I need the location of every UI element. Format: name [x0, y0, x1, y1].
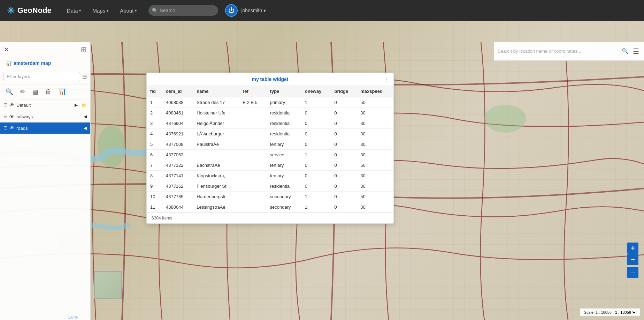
- table-widget-menu-icon[interactable]: ⋮: [383, 75, 389, 83]
- panel-layers-icon[interactable]: ⊞: [81, 45, 87, 54]
- map-search-icon[interactable]: 🔍: [622, 48, 629, 54]
- table-cell: Strade des 17: [193, 97, 239, 108]
- table-cell: LessingstraÃe: [193, 202, 239, 213]
- table-row[interactable]: 44376921LÃ¼neburgerresidential0030: [147, 129, 393, 139]
- table-cell: 0: [301, 108, 331, 118]
- table-row[interactable]: 64377063service1030: [147, 150, 393, 160]
- table-row[interactable]: 84377141Klopstockstra,tertiary0030: [147, 171, 393, 181]
- table-row[interactable]: 114380644LessingstraÃesecondary1030: [147, 202, 393, 213]
- layer-item-roads[interactable]: ☰ 👁 roads ◀: [0, 122, 90, 134]
- table-cell: 0: [331, 139, 357, 150]
- hamburger-menu-button[interactable]: ☰: [631, 46, 641, 57]
- railways-menu-icon[interactable]: ☰: [3, 114, 7, 119]
- zoom-in-button[interactable]: +: [627, 243, 638, 254]
- table-view-button[interactable]: ▦: [30, 87, 40, 97]
- roads-menu-icon[interactable]: ☰: [3, 126, 7, 131]
- nav-maps[interactable]: Maps ▾: [87, 5, 113, 16]
- username-menu[interactable]: johnsmith ▾: [241, 8, 266, 13]
- scale-select[interactable]: 1 : 18056 1 : 10000 1 : 50000: [614, 310, 637, 315]
- layer-item-default[interactable]: ☰ 👁 Default ▶ 📁: [0, 99, 90, 111]
- table-cell: [239, 129, 266, 139]
- table-cell: 1: [147, 97, 162, 108]
- table-cell: 30: [357, 202, 393, 213]
- col-maxspeed: maxspeed: [357, 86, 393, 97]
- table-row[interactable]: 24083461Holsteiner Uferesidential0030: [147, 108, 393, 118]
- layer-menu-icon[interactable]: ☰: [3, 103, 7, 107]
- panel-map-title: 📊 amsterdam map: [0, 58, 90, 69]
- table-cell: 0: [301, 181, 331, 192]
- roads-collapse-icon[interactable]: ◀: [84, 126, 87, 131]
- user-section: ⏻ johnsmith ▾: [225, 4, 266, 17]
- filter-layers-input[interactable]: [3, 72, 80, 81]
- railways-visibility-icon[interactable]: 👁: [9, 114, 14, 119]
- table-cell: 0: [331, 192, 357, 202]
- zoom-layer-button[interactable]: 🔍: [3, 87, 15, 97]
- roads-visibility-icon[interactable]: 👁: [9, 125, 14, 131]
- svg-point-0: [98, 126, 125, 168]
- table-row[interactable]: 14068038Strade des 17B 2;B 5primary1050: [147, 97, 393, 108]
- table-cell: 0: [301, 129, 331, 139]
- table-row[interactable]: 74377122BachstraÃetertiary0050: [147, 160, 393, 171]
- map-background: 🔍 ☰ ✕ ⊞ 📊 amsterdam map ⊟ 🔍 ✏ ▦ 🗑 📊: [0, 21, 644, 320]
- nav-search-icon: 🔍: [152, 8, 158, 13]
- table-cell: [239, 192, 266, 202]
- layer-group-roads: ☰ 👁 roads ◀ 100 %: [0, 122, 90, 134]
- table-cell: 1: [301, 202, 331, 213]
- scale-label: Scale: 1 : 18056: [584, 310, 612, 314]
- col-bridge: bridge: [331, 86, 357, 97]
- table-cell: primary: [267, 97, 301, 108]
- table-cell: 4377162: [162, 181, 193, 192]
- map-search-bar: 🔍 ☰: [494, 42, 644, 61]
- edit-layer-button[interactable]: ✏: [18, 87, 28, 97]
- table-cell: 30: [357, 118, 393, 129]
- layer-collapse-icon[interactable]: ▶: [75, 103, 78, 107]
- map-search-input[interactable]: [498, 49, 619, 54]
- layer-visibility-icon[interactable]: 👁: [9, 102, 14, 108]
- table-cell: 4377141: [162, 171, 193, 181]
- table-cell: 7: [147, 160, 162, 171]
- layer-group-default: ☰ 👁 Default ▶ 📁: [0, 99, 90, 111]
- zoom-out-button[interactable]: −: [627, 254, 638, 265]
- table-cell: 0: [331, 108, 357, 118]
- table-cell: 0: [301, 160, 331, 171]
- table-row[interactable]: 104377785Hardenbergstisecondary1050: [147, 192, 393, 202]
- table-cell: 30: [357, 129, 393, 139]
- table-cell: [239, 181, 266, 192]
- table-cell: Holsteiner Ufe: [193, 108, 239, 118]
- table-cell: residential: [267, 129, 301, 139]
- delete-layer-button[interactable]: 🗑: [43, 87, 54, 97]
- railways-collapse-icon[interactable]: ◀: [84, 114, 87, 119]
- table-cell: residential: [267, 181, 301, 192]
- logo[interactable]: ✳ GeoNode: [7, 5, 52, 16]
- scale-bar: Scale: 1 : 18056 1 : 18056 1 : 10000 1 :…: [580, 308, 641, 317]
- logo-star-icon: ✳: [7, 5, 15, 16]
- table-row[interactable]: 54377008PaulstraÃetertiary0030: [147, 139, 393, 150]
- table-cell: 0: [331, 150, 357, 160]
- nav-search-input[interactable]: [148, 5, 218, 16]
- nav-menu: Data ▾ Maps ▾ About ▾: [62, 5, 142, 16]
- table-cell: 8: [147, 171, 162, 181]
- table-cell: secondary: [267, 202, 301, 213]
- layer-item-railways[interactable]: ☰ 👁 railways ◀: [0, 111, 90, 122]
- table-cell: 6: [147, 150, 162, 160]
- table-cell: HelgolÃ¤nder: [193, 118, 239, 129]
- table-row[interactable]: 94377162Flensburger Stresidential0030: [147, 181, 393, 192]
- more-controls-button[interactable]: ···: [627, 267, 638, 278]
- nav-about[interactable]: About ▾: [115, 5, 141, 16]
- table-row[interactable]: 34376904HelgolÃ¤nderresidential0030: [147, 118, 393, 129]
- user-power-icon[interactable]: ⏻: [225, 4, 238, 17]
- layer-toolbar: 🔍 ✏ ▦ 🗑 📊: [0, 84, 90, 99]
- map-area[interactable]: 🔍 ☰ ✕ ⊞ 📊 amsterdam map ⊟ 🔍 ✏ ▦ 🗑 📊: [0, 21, 644, 320]
- table-scroll-area[interactable]: fid osm_id name ref type oneway bridge m…: [147, 86, 393, 213]
- data-chevron-icon: ▾: [79, 9, 81, 13]
- table-body: 14068038Strade des 17B 2;B 5primary10502…: [147, 97, 393, 213]
- mini-map[interactable]: [94, 271, 122, 299]
- railways-label: railways: [16, 114, 33, 119]
- nav-data[interactable]: Data ▾: [62, 5, 86, 16]
- panel-close-button[interactable]: ✕: [3, 45, 9, 54]
- table-cell: 0: [331, 160, 357, 171]
- filter-button[interactable]: ⊟: [82, 73, 87, 80]
- table-cell: 1: [301, 150, 331, 160]
- table-cell: 30: [357, 181, 393, 192]
- chart-layer-button[interactable]: 📊: [56, 87, 68, 97]
